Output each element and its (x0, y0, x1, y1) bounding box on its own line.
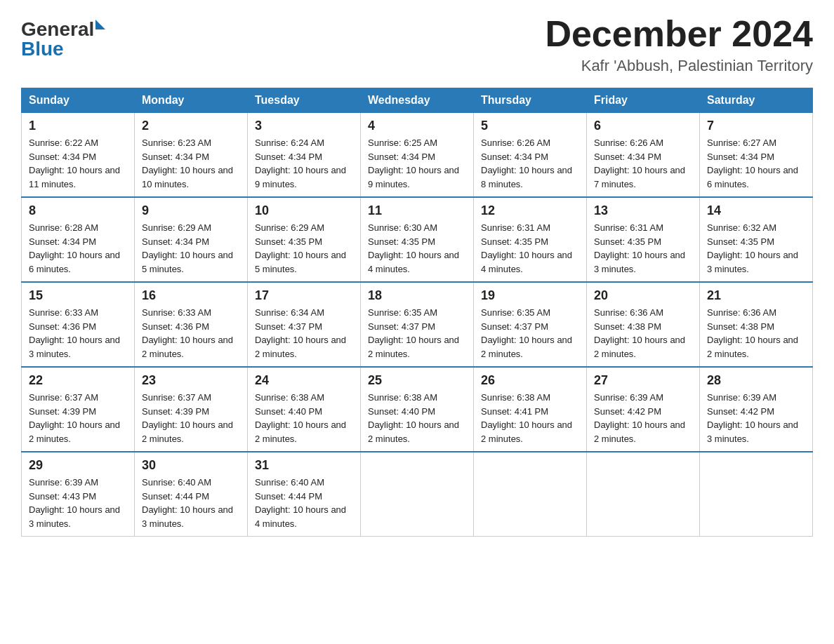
day-number: 26 (481, 373, 579, 388)
logo-triangle-icon (95, 20, 105, 29)
header-row: SundayMondayTuesdayWednesdayThursdayFrid… (22, 88, 813, 113)
day-info: Sunrise: 6:25 AM Sunset: 4:34 PM Dayligh… (368, 136, 466, 191)
day-info: Sunrise: 6:35 AM Sunset: 4:37 PM Dayligh… (481, 306, 579, 361)
logo-general-text: General (21, 20, 94, 39)
day-number: 19 (481, 288, 579, 303)
calendar-day: 4 Sunrise: 6:25 AM Sunset: 4:34 PM Dayli… (361, 113, 474, 198)
header-sunday: Sunday (22, 88, 135, 113)
day-number: 6 (594, 119, 692, 133)
logo: General Blue (21, 20, 105, 59)
day-info: Sunrise: 6:37 AM Sunset: 4:39 PM Dayligh… (29, 391, 127, 445)
calendar-day: 29 Sunrise: 6:39 AM Sunset: 4:43 PM Dayl… (22, 452, 135, 537)
day-info: Sunrise: 6:26 AM Sunset: 4:34 PM Dayligh… (481, 136, 579, 191)
day-number: 17 (255, 288, 353, 303)
calendar-day: 20 Sunrise: 6:36 AM Sunset: 4:38 PM Dayl… (587, 282, 700, 367)
day-number: 14 (707, 203, 805, 218)
calendar-day: 9 Sunrise: 6:29 AM Sunset: 4:34 PM Dayli… (135, 197, 248, 282)
calendar-day: 3 Sunrise: 6:24 AM Sunset: 4:34 PM Dayli… (248, 113, 361, 198)
day-number: 8 (29, 203, 127, 218)
day-number: 20 (594, 288, 692, 303)
day-number: 29 (29, 458, 127, 473)
day-number: 3 (255, 119, 353, 133)
calendar-day: 1 Sunrise: 6:22 AM Sunset: 4:34 PM Dayli… (22, 113, 135, 198)
calendar-day: 11 Sunrise: 6:30 AM Sunset: 4:35 PM Dayl… (361, 197, 474, 282)
month-title: December 2024 (545, 14, 813, 54)
logo-blue-text: Blue (21, 39, 64, 59)
calendar-day: 10 Sunrise: 6:29 AM Sunset: 4:35 PM Dayl… (248, 197, 361, 282)
day-number: 1 (29, 119, 127, 133)
day-number: 31 (255, 458, 353, 473)
calendar-day: 31 Sunrise: 6:40 AM Sunset: 4:44 PM Dayl… (248, 452, 361, 537)
day-number: 4 (368, 119, 466, 133)
day-number: 25 (368, 373, 466, 388)
day-info: Sunrise: 6:27 AM Sunset: 4:34 PM Dayligh… (707, 136, 805, 191)
calendar-day: 24 Sunrise: 6:38 AM Sunset: 4:40 PM Dayl… (248, 367, 361, 452)
header: General Blue December 2024 Kafr 'Abbush,… (21, 14, 813, 75)
calendar-day: 6 Sunrise: 6:26 AM Sunset: 4:34 PM Dayli… (587, 113, 700, 198)
day-number: 7 (707, 119, 805, 133)
day-number: 11 (368, 203, 466, 218)
calendar-body: 1 Sunrise: 6:22 AM Sunset: 4:34 PM Dayli… (22, 113, 813, 537)
day-info: Sunrise: 6:38 AM Sunset: 4:41 PM Dayligh… (481, 391, 579, 445)
calendar-day: 28 Sunrise: 6:39 AM Sunset: 4:42 PM Dayl… (700, 367, 813, 452)
day-info: Sunrise: 6:38 AM Sunset: 4:40 PM Dayligh… (368, 391, 466, 445)
day-info: Sunrise: 6:35 AM Sunset: 4:37 PM Dayligh… (368, 306, 466, 361)
header-tuesday: Tuesday (248, 88, 361, 113)
calendar-day: 7 Sunrise: 6:27 AM Sunset: 4:34 PM Dayli… (700, 113, 813, 198)
calendar-day: 19 Sunrise: 6:35 AM Sunset: 4:37 PM Dayl… (474, 282, 587, 367)
day-info: Sunrise: 6:29 AM Sunset: 4:34 PM Dayligh… (142, 221, 240, 276)
day-number: 22 (29, 373, 127, 388)
calendar-week-2: 8 Sunrise: 6:28 AM Sunset: 4:34 PM Dayli… (22, 197, 813, 282)
day-info: Sunrise: 6:33 AM Sunset: 4:36 PM Dayligh… (142, 306, 240, 361)
day-number: 30 (142, 458, 240, 473)
day-info: Sunrise: 6:23 AM Sunset: 4:34 PM Dayligh… (142, 136, 240, 191)
header-wednesday: Wednesday (361, 88, 474, 113)
day-number: 10 (255, 203, 353, 218)
day-info: Sunrise: 6:31 AM Sunset: 4:35 PM Dayligh… (481, 221, 579, 276)
title-area: December 2024 Kafr 'Abbush, Palestinian … (545, 14, 813, 75)
calendar-day (587, 452, 700, 537)
day-info: Sunrise: 6:29 AM Sunset: 4:35 PM Dayligh… (255, 221, 353, 276)
day-info: Sunrise: 6:40 AM Sunset: 4:44 PM Dayligh… (142, 476, 240, 530)
calendar-table: SundayMondayTuesdayWednesdayThursdayFrid… (21, 88, 813, 537)
day-info: Sunrise: 6:26 AM Sunset: 4:34 PM Dayligh… (594, 136, 692, 191)
day-number: 16 (142, 288, 240, 303)
calendar-day: 23 Sunrise: 6:37 AM Sunset: 4:39 PM Dayl… (135, 367, 248, 452)
calendar-week-5: 29 Sunrise: 6:39 AM Sunset: 4:43 PM Dayl… (22, 452, 813, 537)
day-info: Sunrise: 6:37 AM Sunset: 4:39 PM Dayligh… (142, 391, 240, 445)
calendar-day: 5 Sunrise: 6:26 AM Sunset: 4:34 PM Dayli… (474, 113, 587, 198)
day-number: 21 (707, 288, 805, 303)
calendar-day: 17 Sunrise: 6:34 AM Sunset: 4:37 PM Dayl… (248, 282, 361, 367)
day-info: Sunrise: 6:39 AM Sunset: 4:42 PM Dayligh… (707, 391, 805, 445)
day-info: Sunrise: 6:40 AM Sunset: 4:44 PM Dayligh… (255, 476, 353, 530)
calendar-week-4: 22 Sunrise: 6:37 AM Sunset: 4:39 PM Dayl… (22, 367, 813, 452)
calendar-day (474, 452, 587, 537)
day-number: 13 (594, 203, 692, 218)
day-info: Sunrise: 6:39 AM Sunset: 4:43 PM Dayligh… (29, 476, 127, 530)
header-friday: Friday (587, 88, 700, 113)
day-info: Sunrise: 6:36 AM Sunset: 4:38 PM Dayligh… (707, 306, 805, 361)
day-number: 28 (707, 373, 805, 388)
header-thursday: Thursday (474, 88, 587, 113)
calendar-day: 13 Sunrise: 6:31 AM Sunset: 4:35 PM Dayl… (587, 197, 700, 282)
calendar-week-1: 1 Sunrise: 6:22 AM Sunset: 4:34 PM Dayli… (22, 113, 813, 198)
calendar-day: 21 Sunrise: 6:36 AM Sunset: 4:38 PM Dayl… (700, 282, 813, 367)
day-info: Sunrise: 6:39 AM Sunset: 4:42 PM Dayligh… (594, 391, 692, 445)
header-saturday: Saturday (700, 88, 813, 113)
day-number: 27 (594, 373, 692, 388)
day-info: Sunrise: 6:32 AM Sunset: 4:35 PM Dayligh… (707, 221, 805, 276)
calendar-day: 27 Sunrise: 6:39 AM Sunset: 4:42 PM Dayl… (587, 367, 700, 452)
calendar-day: 30 Sunrise: 6:40 AM Sunset: 4:44 PM Dayl… (135, 452, 248, 537)
calendar-day: 12 Sunrise: 6:31 AM Sunset: 4:35 PM Dayl… (474, 197, 587, 282)
calendar-day: 18 Sunrise: 6:35 AM Sunset: 4:37 PM Dayl… (361, 282, 474, 367)
calendar-header: SundayMondayTuesdayWednesdayThursdayFrid… (22, 88, 813, 113)
day-info: Sunrise: 6:31 AM Sunset: 4:35 PM Dayligh… (594, 221, 692, 276)
day-info: Sunrise: 6:33 AM Sunset: 4:36 PM Dayligh… (29, 306, 127, 361)
day-number: 2 (142, 119, 240, 133)
day-number: 5 (481, 119, 579, 133)
calendar-day: 8 Sunrise: 6:28 AM Sunset: 4:34 PM Dayli… (22, 197, 135, 282)
calendar-day: 26 Sunrise: 6:38 AM Sunset: 4:41 PM Dayl… (474, 367, 587, 452)
day-info: Sunrise: 6:30 AM Sunset: 4:35 PM Dayligh… (368, 221, 466, 276)
calendar-day (700, 452, 813, 537)
calendar-day: 14 Sunrise: 6:32 AM Sunset: 4:35 PM Dayl… (700, 197, 813, 282)
